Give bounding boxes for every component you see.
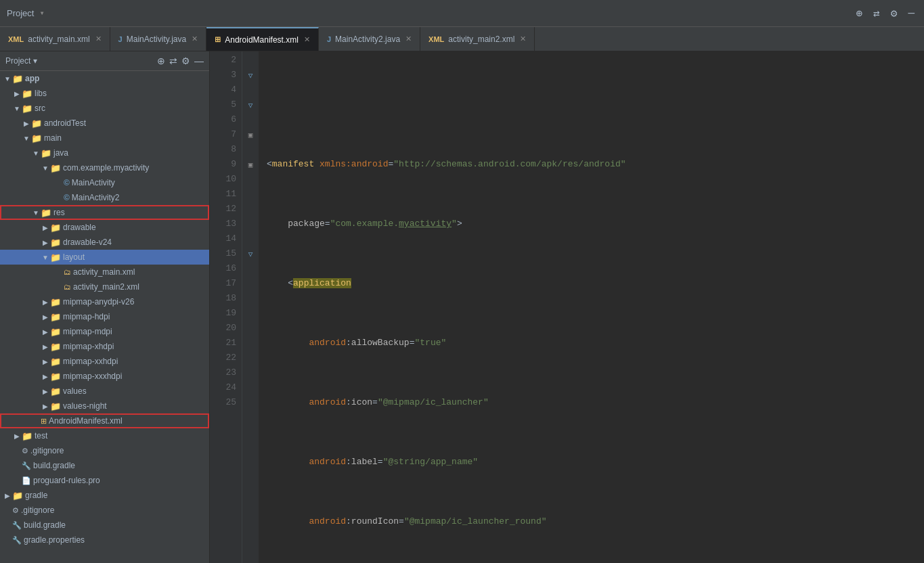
folder-icon: 📁 bbox=[50, 386, 61, 397]
line-num-14: 14 bbox=[210, 231, 236, 246]
sidebar-item-mipmap-mdpi[interactable]: ▶ 📁 mipmap-mdpi bbox=[0, 324, 209, 339]
sidebar-item-androidmanifest[interactable]: ⊞ AndroidManifest.xml bbox=[0, 413, 209, 428]
gradle-file-icon: 🔧 bbox=[12, 521, 22, 530]
toolbar-icon-minimize[interactable]: — bbox=[905, 6, 917, 21]
item-label: mipmap-xxxhdpi bbox=[63, 371, 122, 381]
sidebar-item-root-build-gradle[interactable]: 🔧 build.gradle bbox=[0, 518, 209, 533]
expand-arrow: ▶ bbox=[41, 343, 50, 351]
xml-file-icon: 🗂 bbox=[64, 283, 71, 291]
gutter-22 bbox=[242, 351, 259, 365]
sidebar-item-gradle[interactable]: ▶ 📁 gradle bbox=[0, 488, 209, 503]
toolbar-icon-add[interactable]: ⊕ bbox=[853, 5, 865, 22]
gutter-12 bbox=[242, 202, 259, 217]
folder-icon: 📁 bbox=[31, 133, 42, 143]
expand-arrow: ▼ bbox=[31, 150, 41, 157]
expand-arrow: ▶ bbox=[12, 432, 22, 440]
folder-icon: 📁 bbox=[50, 327, 61, 337]
sidebar-item-com-example[interactable]: ▼ 📁 com.example.myactivity bbox=[0, 160, 209, 175]
sidebar-item-values[interactable]: ▶ 📁 values bbox=[0, 384, 209, 399]
folder-icon: 📁 bbox=[50, 163, 61, 173]
line-num-12: 12 bbox=[210, 202, 236, 217]
toolbar-icon-settings[interactable]: ⚙ bbox=[888, 5, 900, 22]
item-label: build.gradle bbox=[33, 461, 75, 470]
tab-bar: XML activity_main.xml ✕ J MainActivity.j… bbox=[0, 27, 924, 51]
tab-activity-main-xml[interactable]: XML activity_main.xml ✕ bbox=[0, 27, 110, 51]
expand-arrow: ▼ bbox=[41, 254, 50, 261]
sidebar-icon-4[interactable]: — bbox=[194, 55, 204, 66]
code-editor[interactable]: 2 3 4 5 6 7 8 9 10 11 12 13 14 15 16 17 … bbox=[210, 51, 924, 563]
sidebar-item-src[interactable]: ▼ 📁 src bbox=[0, 101, 209, 116]
sidebar-item-layout[interactable]: ▼ 📁 layout bbox=[0, 250, 209, 265]
sidebar-item-test[interactable]: ▶ 📁 test bbox=[0, 428, 209, 443]
sidebar-icon-3[interactable]: ⚙ bbox=[181, 55, 190, 66]
sidebar-item-mainactivity[interactable]: © MainActivity bbox=[0, 175, 209, 190]
gutter-23 bbox=[242, 365, 259, 380]
sidebar-item-app[interactable]: ▼ 📁 app bbox=[0, 71, 209, 86]
sidebar-item-res[interactable]: ▼ 📁 res bbox=[0, 205, 209, 220]
code-line-4: package="com.example.myactivity"> bbox=[267, 217, 924, 231]
project-dropdown-arrow[interactable]: ▾ bbox=[39, 8, 44, 18]
sidebar-item-gitignore[interactable]: ⚙ .gitignore bbox=[0, 443, 209, 458]
code-line-6: android:allowBackup="true" bbox=[267, 336, 924, 351]
sidebar-item-mipmap-xxhdpi[interactable]: ▶ 📁 mipmap-xxhdpi bbox=[0, 354, 209, 369]
java-file-icon: © bbox=[64, 178, 70, 187]
item-label: main bbox=[44, 133, 62, 143]
gutter-9: ▣ bbox=[242, 157, 259, 172]
sidebar-header-icons: ⊕ ⇄ ⚙ — bbox=[157, 55, 204, 66]
sidebar-item-build-gradle[interactable]: 🔧 build.gradle bbox=[0, 458, 209, 473]
sidebar-item-gradle-properties[interactable]: 🔧 gradle.properties bbox=[0, 533, 209, 547]
sidebar-item-mipmap-anydpi[interactable]: ▶ 📁 mipmap-anydpi-v26 bbox=[0, 294, 209, 309]
tab-close-icon[interactable]: ✕ bbox=[192, 35, 198, 43]
sidebar-icon-2[interactable]: ⇄ bbox=[169, 55, 177, 66]
gutter-17 bbox=[242, 276, 259, 291]
tab-mainactivity2-java[interactable]: J MainActivity2.java ✕ bbox=[319, 27, 420, 51]
expand-arrow: ▶ bbox=[41, 298, 50, 306]
tab-close-icon[interactable]: ✕ bbox=[520, 35, 526, 43]
item-label: mipmap-mdpi bbox=[63, 327, 112, 336]
tab-mainactivity-java[interactable]: J MainActivity.java ✕ bbox=[110, 27, 207, 51]
item-label: mipmap-xxhdpi bbox=[63, 357, 118, 366]
line-num-4: 4 bbox=[210, 83, 236, 97]
gutter-19 bbox=[242, 306, 259, 321]
item-label: mipmap-hdpi bbox=[63, 312, 110, 321]
sidebar-item-proguard[interactable]: 📄 proguard-rules.pro bbox=[0, 473, 209, 488]
folder-icon: 📁 bbox=[50, 252, 61, 263]
sidebar-item-root-gitignore[interactable]: ⚙ .gitignore bbox=[0, 503, 209, 518]
line-num-16: 16 bbox=[210, 261, 236, 276]
item-label: values bbox=[63, 386, 87, 396]
folder-icon: 📁 bbox=[50, 371, 61, 382]
tab-close-icon[interactable]: ✕ bbox=[95, 35, 102, 43]
item-label: libs bbox=[35, 89, 47, 98]
tab-activity-main2-xml[interactable]: XML activity_main2.xml ✕ bbox=[420, 27, 535, 51]
git-file-icon: ⚙ bbox=[12, 506, 19, 515]
sidebar-item-mipmap-xxxhdpi[interactable]: ▶ 📁 mipmap-xxxhdpi bbox=[0, 369, 209, 384]
sidebar-item-activity-main-xml[interactable]: 🗂 activity_main.xml bbox=[0, 265, 209, 279]
tab-close-icon[interactable]: ✕ bbox=[405, 35, 412, 43]
item-label: proguard-rules.pro bbox=[33, 476, 100, 485]
line-num-25: 25 bbox=[210, 395, 236, 410]
expand-arrow: ▶ bbox=[41, 403, 50, 410]
sidebar-item-mipmap-xhdpi[interactable]: ▶ 📁 mipmap-xhdpi bbox=[0, 339, 209, 354]
sidebar-item-drawable[interactable]: ▶ 📁 drawable bbox=[0, 220, 209, 235]
sidebar-item-drawable-v24[interactable]: ▶ 📁 drawable-v24 bbox=[0, 235, 209, 250]
sidebar-item-main[interactable]: ▼ 📁 main bbox=[0, 131, 209, 145]
code-content[interactable]: <manifest xmlns:android="http://schemas.… bbox=[259, 51, 924, 563]
line-numbers: 2 3 4 5 6 7 8 9 10 11 12 13 14 15 16 17 … bbox=[210, 51, 242, 563]
tab-androidmanifest-xml[interactable]: ⊞ AndroidManifest.xml ✕ bbox=[206, 27, 319, 51]
sidebar-item-libs[interactable]: ▶ 📁 libs bbox=[0, 86, 209, 101]
sidebar-item-mainactivity2[interactable]: © MainActivity2 bbox=[0, 190, 209, 205]
sidebar-item-androidtest[interactable]: ▶ 📁 androidTest bbox=[0, 116, 209, 131]
line-num-5: 5 bbox=[210, 97, 236, 112]
line-num-19: 19 bbox=[210, 306, 236, 321]
code-line-7: android:icon="@mipmap/ic_launcher" bbox=[267, 395, 924, 410]
sidebar-item-activity-main2-xml[interactable]: 🗂 activity_main2.xml bbox=[0, 279, 209, 294]
sidebar-item-values-night[interactable]: ▶ 📁 values-night bbox=[0, 399, 209, 413]
toolbar-icon-split[interactable]: ⇄ bbox=[871, 5, 883, 22]
sidebar-icon-1[interactable]: ⊕ bbox=[157, 55, 165, 66]
expand-arrow: ▼ bbox=[12, 105, 22, 112]
java-file-icon: © bbox=[64, 193, 70, 202]
sidebar-item-java[interactable]: ▼ 📁 java bbox=[0, 145, 209, 160]
tab-close-icon[interactable]: ✕ bbox=[304, 35, 310, 44]
gutter-8 bbox=[242, 142, 259, 157]
sidebar-item-mipmap-hdpi[interactable]: ▶ 📁 mipmap-hdpi bbox=[0, 309, 209, 324]
